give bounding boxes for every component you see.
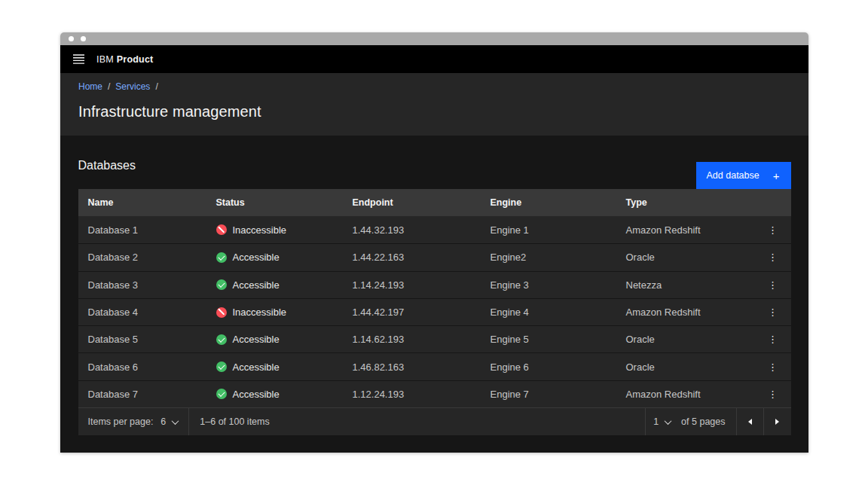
overflow-menu-icon: ⋮ [768,389,778,399]
window-control-dot[interactable] [81,36,86,41]
cell-status: Accessible [206,252,343,263]
column-header-name[interactable]: Name [78,197,206,208]
cell-engine: Engine 7 [481,389,616,400]
brand-prefix: IBM [96,54,114,65]
cell-name: Database 2 [78,252,206,263]
overflow-menu-icon: ⋮ [768,252,778,262]
overflow-menu-icon: ⋮ [768,362,778,372]
row-overflow-menu-button[interactable]: ⋮ [755,299,791,325]
cell-endpoint: 1.12.24.193 [343,389,481,400]
window-titlebar [60,32,808,45]
cell-engine: Engine 3 [481,279,616,291]
misuse-icon [216,224,227,235]
cell-name: Database 4 [78,307,206,318]
caret-left-icon [748,419,752,425]
table-row: Database 1 Inaccessible 1.44.32.193 Engi… [78,216,791,243]
checkmark-filled-icon [216,361,227,372]
cell-name: Database 7 [78,389,206,400]
table-body: Database 1 Inaccessible 1.44.32.193 Engi… [78,216,791,407]
row-overflow-menu-button[interactable]: ⋮ [755,326,791,352]
checkmark-filled-icon [216,334,227,345]
row-overflow-menu-button[interactable]: ⋮ [755,353,791,380]
table-row: Database 6 Accessible 1.46.82.163 Engine… [78,352,791,380]
page-number-select[interactable]: 1 [646,408,681,435]
table-row: Database 2 Accessible 1.44.22.163 Engine… [78,243,791,270]
status-label: Inaccessible [233,307,287,318]
status-label: Accessible [233,361,280,373]
overflow-menu-icon: ⋮ [768,225,778,235]
page-title: Infrastructure management [78,103,790,120]
status-label: Accessible [233,389,280,400]
column-header-type[interactable]: Type [616,197,755,208]
checkmark-filled-icon [216,252,227,263]
breadcrumb-link-services[interactable]: Services [115,81,150,92]
pagination-left: Items per page: 6 1–6 of 100 items [78,408,270,435]
table-row: Database 7 Accessible 1.12.24.193 Engine… [78,380,791,407]
cell-endpoint: 1.44.32.193 [343,224,481,236]
add-database-button[interactable]: Add databse + [696,162,791,189]
column-header-status[interactable]: Status [206,197,343,208]
brand-name: Product [117,54,154,65]
cell-status: Inaccessible [206,307,343,318]
cell-type: Amazon Redshift [616,389,755,400]
cell-name: Database 6 [78,361,206,373]
items-per-page-select[interactable]: 6 [153,408,188,435]
hamburger-menu-button[interactable] [60,45,96,73]
breadcrumb-link-home[interactable]: Home [78,81,102,92]
cell-endpoint: 1.14.24.193 [343,279,481,291]
status-label: Accessible [233,252,280,263]
row-overflow-menu-button[interactable]: ⋮ [755,381,791,407]
cell-status: Accessible [206,361,343,373]
checkmark-filled-icon [216,389,227,399]
cell-name: Database 3 [78,279,206,291]
previous-page-button[interactable] [737,408,764,435]
brand: IBMProduct [96,54,153,65]
table-row: Database 4 Inaccessible 1.44.42.197 Engi… [78,298,791,325]
checkmark-filled-icon [216,279,227,290]
cell-type: Amazon Redshift [616,307,755,318]
cell-engine: Engine 5 [481,334,616,345]
cell-name: Database 5 [78,334,206,345]
pagination-bar: Items per page: 6 1–6 of 100 items 1 of … [78,407,791,435]
row-overflow-menu-button[interactable]: ⋮ [755,244,791,270]
cell-type: Oracle [616,361,755,373]
cell-type: Netezza [616,279,755,291]
overflow-menu-icon: ⋮ [768,334,778,344]
cell-engine: Engine 6 [481,361,616,373]
column-header-endpoint[interactable]: Endpoint [343,197,481,208]
chevron-down-icon [172,417,179,425]
overflow-menu-icon: ⋮ [768,280,778,290]
window-control-dot[interactable] [69,36,74,41]
cell-endpoint: 1.44.42.197 [343,307,481,318]
caret-right-icon [775,419,779,425]
cell-type: Oracle [616,334,755,345]
cell-type: Amazon Redshift [616,224,755,236]
pagination-range-text: 1–6 of 100 items [189,416,269,427]
status-label: Accessible [233,334,280,345]
table-row: Database 5 Accessible 1.14.62.193 Engine… [78,325,791,352]
status-label: Accessible [233,279,280,291]
table-toolbar: Databases Add databse + [78,136,791,189]
items-per-page-value: 6 [160,416,166,427]
databases-table: Name Status Endpoint Engine Type Databas… [78,189,791,407]
next-page-button[interactable] [764,408,791,435]
breadcrumb-separator: / [108,81,110,92]
cell-endpoint: 1.44.22.163 [343,252,481,263]
cell-status: Accessible [206,389,343,400]
cell-engine: Engine 1 [481,224,616,236]
app-header: IBMProduct [60,45,808,73]
cell-status: Inaccessible [206,224,343,236]
cell-endpoint: 1.46.82.163 [343,361,481,373]
main-content: Databases Add databse + Name Status Endp… [60,136,808,453]
plus-icon: + [773,169,780,182]
add-database-button-label: Add databse [707,170,760,181]
column-header-engine[interactable]: Engine [481,197,616,208]
page-hero: Home / Services / Infrastructure managem… [60,73,808,136]
cell-status: Accessible [206,334,343,345]
table-row: Database 3 Accessible 1.14.24.193 Engine… [78,271,791,298]
hamburger-menu-icon [73,54,84,64]
total-pages-text: of 5 pages [681,408,735,435]
overflow-menu-icon: ⋮ [768,307,778,317]
row-overflow-menu-button[interactable]: ⋮ [755,272,791,298]
row-overflow-menu-button[interactable]: ⋮ [755,216,791,243]
